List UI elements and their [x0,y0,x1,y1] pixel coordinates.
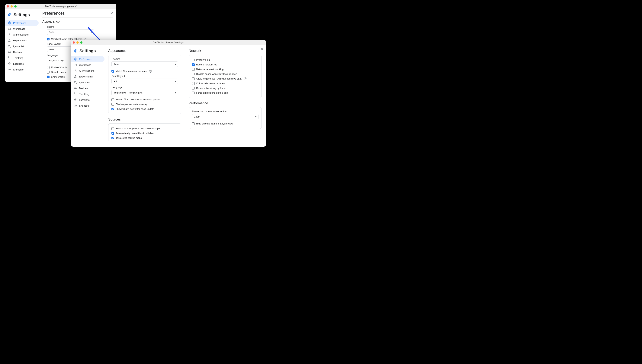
zoom-window-icon[interactable] [14,5,17,8]
sidebar-item-locations[interactable]: Locations [5,61,39,66]
hide-chrome-frame-checkbox[interactable] [192,122,195,125]
preserve-log-checkbox[interactable] [192,59,195,61]
sidebar-item-label: AI innovations [13,33,29,36]
sidebar-item-label: Throttling [13,56,23,60]
sidebar-item-experiments[interactable]: Experiments [71,74,104,79]
settings-header: Settings [71,47,104,56]
filter-icon [8,45,11,48]
sidebar-item-ai[interactable]: AI innovations [71,68,104,74]
match-chrome-checkbox[interactable] [111,70,114,72]
sidebar-item-devices[interactable]: Devices [71,85,104,91]
chevron-down-icon: ▾ [255,116,256,118]
sidebar-item-label: Workspace [13,28,26,30]
svg-point-1 [9,14,11,16]
sidebar-item-devices[interactable]: Devices [5,49,39,55]
close-window-icon[interactable] [7,5,9,8]
enable-shortcut-checkbox[interactable] [111,98,114,101]
sidebar-item-preferences[interactable]: Preferences [5,20,39,26]
search-anon-label: Search in anonymous and content scripts [116,127,160,130]
svg-point-17 [75,59,76,60]
panel-layout-value: auto [49,48,54,50]
close-icon[interactable]: ✕ [260,47,263,51]
titlebar-b[interactable]: DevTools - chrome://settings/ [71,40,266,45]
language-select[interactable]: English (US) - English (US)▾ [111,90,178,95]
section-sources: Sources [108,118,181,122]
theme-select[interactable]: Auto▾ [111,62,178,67]
flame-select[interactable]: Zoom▾ [192,114,259,120]
right-column: Network Preserve log Record network log … [189,48,262,145]
sidebar-item-ignore[interactable]: Ignore list [71,80,104,85]
preserve-log-label: Preserve log [196,58,210,61]
gear-icon [8,22,11,24]
sidebar-item-throttling[interactable]: Throttling [71,91,104,97]
force-ad-checkbox[interactable] [192,92,195,94]
help-icon[interactable]: ? [149,70,152,72]
sidebar-item-preferences[interactable]: Preferences [71,56,104,62]
disable-cache-checkbox[interactable] [192,73,195,76]
sidebar-item-shortcuts[interactable]: Shortcuts [5,67,39,72]
folder-icon [74,63,77,66]
close-icon[interactable]: ✕ [111,11,114,15]
sidebar-item-throttling[interactable]: Throttling [5,55,39,61]
theme-select[interactable]: Auto▾ [47,29,94,35]
keyboard-icon [74,104,77,107]
search-anon-checkbox[interactable] [111,127,114,130]
svg-line-10 [10,58,10,58]
request-blocking-checkbox[interactable] [192,68,195,71]
show-whats-new-checkbox[interactable] [47,76,50,78]
sidebar-item-label: Locations [13,62,24,65]
section-appearance: Appearance [42,20,113,24]
hide-chrome-frame-label: Hide chrome frame in Layers view [196,122,233,125]
minimize-window-icon[interactable] [11,5,13,8]
enable-shortcut-checkbox[interactable] [47,66,50,69]
sidebar-item-ai[interactable]: AI innovations [5,32,39,38]
chevron-down-icon: ▾ [175,92,176,94]
traffic-lights [7,5,17,8]
sidebar-item-experiments[interactable]: Experiments [5,38,39,43]
sidebar-item-shortcuts[interactable]: Shortcuts [71,103,104,108]
sidebar-item-label: Experiments [79,75,93,78]
minimize-window-icon[interactable] [76,41,79,44]
group-frame-checkbox[interactable] [192,87,195,90]
window-title: DevTools - chrome://settings/ [71,41,266,44]
record-log-checkbox[interactable] [192,63,195,66]
sparkle-icon [8,33,11,36]
disable-paused-checkbox[interactable] [47,71,50,74]
keyboard-icon [8,68,11,71]
sidebar-item-label: Experiments [13,39,27,42]
match-chrome-checkbox[interactable] [47,38,50,40]
sidebar-item-label: Workspace [79,64,91,66]
help-icon[interactable]: ? [244,78,247,80]
sidebar-item-ignore[interactable]: Ignore list [5,44,39,49]
titlebar-a[interactable]: DevTools - www.google.com/ [5,4,116,9]
sidebar-item-locations[interactable]: Locations [71,97,104,103]
sidebar: Settings Preferences Workspace AI innova… [5,9,40,82]
language-value: English (US) - [49,59,64,62]
sidebar-item-label: Ignore list [79,81,90,84]
network-card: Preserve log Record network log Network … [189,55,262,98]
sidebar-item-workspace[interactable]: Workspace [71,62,104,68]
svg-point-2 [9,22,10,23]
divider [42,17,113,18]
language-label: Language: [111,86,178,89]
settings-header: Settings [5,10,39,20]
show-whats-new-checkbox[interactable] [111,108,114,110]
disable-paused-checkbox[interactable] [111,103,114,106]
close-window-icon[interactable] [73,41,75,44]
zoom-window-icon[interactable] [80,41,82,44]
js-maps-checkbox[interactable] [111,137,114,139]
auto-reveal-checkbox[interactable] [111,132,114,134]
allow-har-checkbox[interactable] [192,78,195,80]
panel-layout-select[interactable]: auto▾ [111,78,178,84]
gauge-icon [8,56,11,60]
section-appearance: Appearance [108,49,181,53]
request-blocking-label: Network request blocking [196,68,224,71]
disable-cache-label: Disable cache while DevTools is open [196,72,237,76]
sidebar-item-label: Preferences [79,58,92,60]
color-code-checkbox[interactable] [192,82,195,85]
theme-value: Auto [49,31,54,34]
sidebar-item-label: Preferences [13,22,26,24]
sidebar-item-workspace[interactable]: Workspace [5,26,39,32]
sidebar-item-label: Ignore list [13,45,24,48]
appearance-card: Theme: Auto▾ Match Chrome color scheme? … [108,55,181,114]
